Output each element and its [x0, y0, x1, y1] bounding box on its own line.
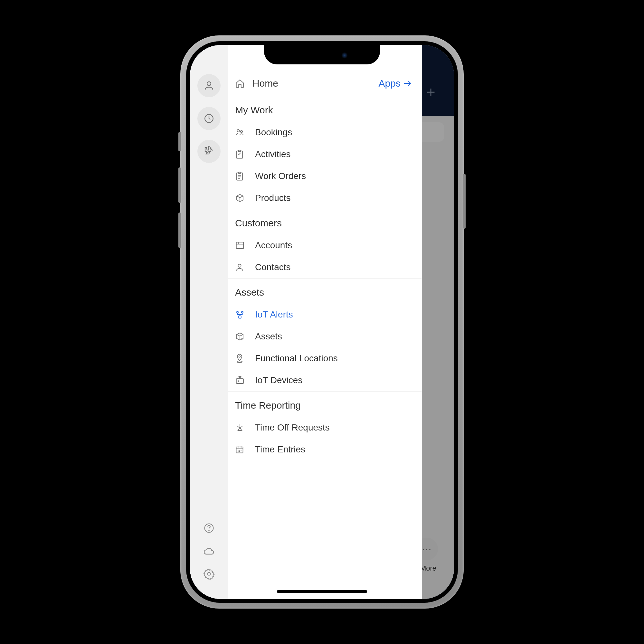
- bookings-icon: [235, 128, 248, 137]
- svg-rect-11: [236, 242, 244, 249]
- profile-button[interactable]: [197, 74, 221, 97]
- section-customers: Customers: [228, 209, 422, 234]
- mute-switch: [178, 132, 181, 151]
- nav-item-label: IoT Alerts: [248, 309, 293, 320]
- arrow-right-icon: [403, 80, 412, 87]
- nav-item-label: Products: [248, 193, 291, 203]
- svg-point-12: [238, 264, 241, 267]
- apps-link[interactable]: Apps: [379, 78, 412, 89]
- phone-screen: ＋ ⋯ More: [190, 45, 454, 599]
- svg-point-16: [239, 356, 241, 357]
- nav-list[interactable]: Home Apps My Work: [228, 45, 422, 599]
- nav-activities[interactable]: Activities: [228, 143, 422, 165]
- accounts-icon: [235, 241, 248, 250]
- section-assets: Assets: [228, 279, 422, 304]
- volume-down-button: [178, 213, 181, 248]
- svg-point-14: [241, 311, 243, 313]
- apps-label: Apps: [379, 78, 401, 89]
- nav-time-entries[interactable]: Time Entries: [228, 439, 422, 460]
- section-my-work: My Work: [228, 96, 422, 121]
- svg-rect-18: [236, 379, 244, 384]
- pinned-button[interactable]: [197, 140, 221, 163]
- nav-assets[interactable]: Assets: [228, 326, 422, 347]
- svg-rect-15: [239, 316, 241, 318]
- svg-point-3: [209, 530, 209, 531]
- work-orders-icon: [235, 171, 248, 181]
- section-time-reporting: Time Reporting: [228, 392, 422, 417]
- nav-work-orders[interactable]: Work Orders: [228, 165, 422, 187]
- nav-iot-devices[interactable]: IoT Devices: [228, 369, 422, 391]
- svg-point-6: [241, 130, 242, 132]
- nav-item-label: Activities: [248, 149, 290, 159]
- nav-item-label: Time Entries: [248, 444, 305, 455]
- nav-item-label: Accounts: [248, 240, 292, 251]
- power-button: [463, 174, 466, 229]
- time-off-icon: [235, 423, 248, 432]
- home-indicator[interactable]: [277, 590, 367, 593]
- assets-icon: [235, 332, 248, 341]
- iot-devices-icon: [235, 376, 248, 384]
- nav-time-off-requests[interactable]: Time Off Requests: [228, 417, 422, 439]
- svg-point-17: [237, 361, 242, 363]
- activities-icon: [235, 149, 248, 159]
- pin-icon: [204, 146, 214, 157]
- svg-point-19: [238, 381, 239, 382]
- nav-iot-alerts[interactable]: IoT Alerts: [228, 304, 422, 326]
- home-icon: [235, 79, 248, 88]
- nav-rail: [190, 45, 228, 599]
- clock-icon: [204, 113, 214, 124]
- nav-contacts[interactable]: Contacts: [228, 256, 422, 278]
- nav-products[interactable]: Products: [228, 187, 422, 209]
- nav-item-label: Work Orders: [248, 171, 306, 181]
- nav-functional-locations[interactable]: Functional Locations: [228, 347, 422, 369]
- calendar-icon: [235, 445, 248, 454]
- nav-item-label: Contacts: [248, 262, 291, 272]
- nav-bookings[interactable]: Bookings: [228, 121, 422, 143]
- nav-accounts[interactable]: Accounts: [228, 234, 422, 256]
- svg-rect-9: [237, 173, 242, 180]
- svg-rect-20: [236, 447, 243, 453]
- phone-notch: [264, 45, 380, 64]
- svg-point-0: [207, 82, 211, 86]
- cloud-button[interactable]: [203, 546, 215, 556]
- home-label: Home: [248, 78, 379, 89]
- nav-item-label: Assets: [248, 331, 282, 342]
- cloud-icon: [203, 546, 215, 556]
- nav-drawer: Home Apps My Work: [190, 45, 422, 599]
- recent-button[interactable]: [197, 107, 221, 130]
- phone-frame: ＋ ⋯ More: [180, 35, 464, 609]
- iot-alerts-icon: [235, 310, 248, 319]
- svg-point-13: [237, 311, 238, 313]
- nav-item-label: Bookings: [248, 127, 292, 137]
- location-icon: [235, 353, 248, 364]
- svg-point-4: [208, 573, 211, 575]
- nav-item-label: Time Off Requests: [248, 422, 330, 433]
- settings-button[interactable]: [203, 568, 215, 580]
- contacts-icon: [235, 262, 248, 272]
- person-icon: [203, 80, 215, 91]
- nav-home[interactable]: Home Apps: [228, 71, 422, 96]
- products-icon: [235, 193, 248, 203]
- svg-point-5: [237, 129, 240, 132]
- nav-item-label: Functional Locations: [248, 353, 338, 364]
- gear-icon: [203, 568, 215, 580]
- help-button[interactable]: [203, 522, 215, 534]
- help-icon: [203, 522, 215, 534]
- volume-up-button: [178, 167, 181, 203]
- svg-rect-7: [237, 151, 242, 158]
- nav-item-label: IoT Devices: [248, 375, 302, 385]
